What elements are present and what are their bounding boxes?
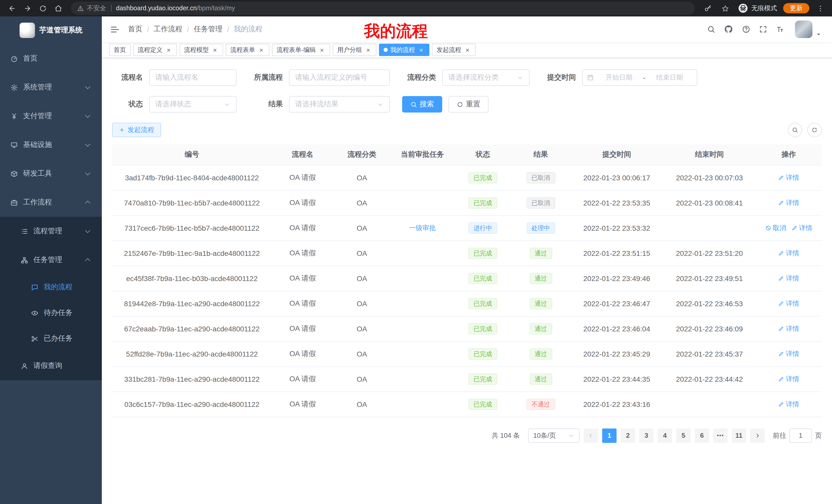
detail-link[interactable]: 详情 xyxy=(778,349,799,358)
refresh-table-button[interactable] xyxy=(807,123,822,137)
sidebar-item-home[interactable]: 首页 xyxy=(0,44,102,73)
detail-link[interactable]: 详情 xyxy=(778,374,799,384)
tab-user-group[interactable]: 用户分组× xyxy=(333,44,376,56)
back-icon[interactable] xyxy=(5,2,19,15)
cell-category: OA xyxy=(334,241,390,265)
tab-start-process[interactable]: 发起流程× xyxy=(432,44,476,56)
tab-process-model[interactable]: 流程模型× xyxy=(179,44,223,56)
app-logo[interactable]: 芋道管理系统 xyxy=(0,17,102,44)
goto-page-input[interactable] xyxy=(789,428,812,443)
detail-link[interactable]: 详情 xyxy=(778,274,799,283)
sidebar-item-payment[interactable]: 支付管理 xyxy=(0,102,102,131)
page-size-select[interactable]: 10条/页 xyxy=(528,428,579,443)
tab-my-process[interactable]: 我的流程× xyxy=(379,44,430,56)
update-button[interactable]: 更新 xyxy=(783,3,809,13)
sidebar-item-system[interactable]: 系统管理 xyxy=(0,73,102,102)
tab-close-icon[interactable]: × xyxy=(464,46,471,53)
submit-time-range-input[interactable]: 开始日期 - 结束日期 xyxy=(582,69,697,86)
result-select[interactable]: 请选择流结果 xyxy=(289,96,390,113)
parent-process-input[interactable]: 请输入流程定义的编号 xyxy=(289,69,390,86)
edit-icon xyxy=(778,250,784,256)
tab-close-icon[interactable]: × xyxy=(165,46,172,53)
docs-icon[interactable] xyxy=(742,25,750,33)
user-avatar[interactable] xyxy=(795,21,812,38)
gear-icon xyxy=(10,83,18,91)
header-search-icon[interactable] xyxy=(707,25,716,33)
next-page-button[interactable] xyxy=(750,428,765,443)
page-3-button[interactable]: 3 xyxy=(639,428,654,443)
reload-icon[interactable] xyxy=(36,2,49,15)
process-name-input[interactable]: 请输入流程名 xyxy=(149,69,237,86)
cell-id: 7317cec6-7b9b-11ec-b5b7-acde48001122 xyxy=(112,215,272,241)
page-4-button[interactable]: 4 xyxy=(658,428,672,443)
page-5-button[interactable]: 5 xyxy=(676,428,691,443)
tab-process-form-edit[interactable]: 流程表单-编辑× xyxy=(272,44,330,56)
sidebar-item-leave-query[interactable]: 请假查询 xyxy=(0,352,102,380)
sidebar-item-infrastructure[interactable]: 基础设施 xyxy=(0,131,102,159)
sidebar-menu: 首页系统管理支付管理基础设施研发工具工作流程流程管理任务管理我的流程待办任务已办… xyxy=(0,44,102,380)
result-badge: 已取消 xyxy=(526,197,555,208)
key-icon[interactable] xyxy=(701,2,714,15)
font-size-icon[interactable] xyxy=(776,25,784,33)
tab-process-form[interactable]: 流程表单× xyxy=(226,44,269,56)
forward-icon[interactable] xyxy=(21,2,34,15)
browser-menu-icon[interactable] xyxy=(813,2,827,15)
edit-icon xyxy=(778,275,784,281)
process-name-label: 流程名 xyxy=(112,73,149,82)
detail-link[interactable]: 详情 xyxy=(778,248,799,258)
cell-id: 331bc281-7b9a-11ec-a290-acde48001122 xyxy=(112,366,272,391)
sidebar-item-devtools[interactable]: 研发工具 xyxy=(0,159,102,188)
sidebar-item-done-tasks[interactable]: 已办任务 xyxy=(0,326,102,352)
sidebar-item-process-mgmt[interactable]: 流程管理 xyxy=(0,217,102,246)
page-6-button[interactable]: 6 xyxy=(695,428,709,443)
cancel-link[interactable]: 取消 xyxy=(765,223,786,232)
cell-name: OA 请假 xyxy=(272,291,334,316)
chevron-down-icon xyxy=(517,74,523,81)
table-body: 3ad174fb-7b9d-11ec-8404-acde48001122OA 请… xyxy=(112,165,822,417)
hamburger-icon[interactable] xyxy=(110,24,120,34)
detail-link[interactable]: 详情 xyxy=(778,173,799,182)
detail-link[interactable]: 详情 xyxy=(778,299,799,308)
task-link[interactable]: 一级审批 xyxy=(409,223,436,232)
address-divider xyxy=(111,5,111,12)
detail-label: 详情 xyxy=(786,248,799,258)
cell-task xyxy=(390,165,454,190)
address-bar[interactable]: 不安全 dashboard.yudao.iocoder.cn/bpm/task/… xyxy=(71,2,695,15)
tab-close-icon[interactable]: × xyxy=(318,46,326,53)
bookmark-star-icon[interactable] xyxy=(718,2,732,15)
tab-close-icon[interactable]: × xyxy=(211,46,218,53)
breadcrumb-item[interactable]: 工作流程 xyxy=(154,25,183,34)
sidebar-item-task-mgmt[interactable]: 任务管理 xyxy=(0,246,102,274)
status-select[interactable]: 请选择状态 xyxy=(149,96,237,113)
cell-status: 已完成 xyxy=(454,366,511,391)
page-1-button[interactable]: 1 xyxy=(602,428,617,443)
github-icon[interactable] xyxy=(724,25,733,34)
fullscreen-icon[interactable] xyxy=(759,25,767,33)
category-select[interactable]: 请选择流程分类 xyxy=(442,69,530,86)
sidebar-item-workflow[interactable]: 工作流程 xyxy=(0,188,102,217)
detail-link[interactable]: 详情 xyxy=(778,399,799,409)
create-process-button[interactable]: 发起流程 xyxy=(112,123,161,137)
tab-close-icon[interactable]: × xyxy=(365,46,372,53)
page-2-button[interactable]: 2 xyxy=(621,428,635,443)
toggle-search-button[interactable] xyxy=(788,123,802,137)
breadcrumb-item[interactable]: 首页 xyxy=(128,25,142,34)
tab-close-icon[interactable]: × xyxy=(258,46,265,53)
browser-home-icon[interactable] xyxy=(51,2,65,15)
breadcrumb-item[interactable]: 任务管理 xyxy=(194,25,223,34)
reset-button[interactable]: 重置 xyxy=(448,96,489,113)
sidebar-item-my-process[interactable]: 我的流程 xyxy=(0,274,102,300)
tab-home[interactable]: 首页 xyxy=(109,44,131,56)
sidebar-item-todo-tasks[interactable]: 待办任务 xyxy=(0,300,102,326)
tab-process-definition[interactable]: 流程定义× xyxy=(133,44,177,56)
tab-close-icon[interactable]: × xyxy=(418,46,425,53)
detail-link[interactable]: 详情 xyxy=(778,198,799,207)
search-button[interactable]: 搜索 xyxy=(402,96,442,113)
breadcrumb: 首页/工作流程/任务管理/我的流程 xyxy=(128,25,262,34)
page-more-button[interactable]: ••• xyxy=(713,428,728,443)
page-11-button[interactable]: 11 xyxy=(732,428,746,443)
cell-name: OA 请假 xyxy=(272,341,334,366)
detail-link[interactable]: 详情 xyxy=(778,324,799,333)
detail-link[interactable]: 详情 xyxy=(791,223,812,232)
prev-page-button[interactable] xyxy=(583,428,598,443)
